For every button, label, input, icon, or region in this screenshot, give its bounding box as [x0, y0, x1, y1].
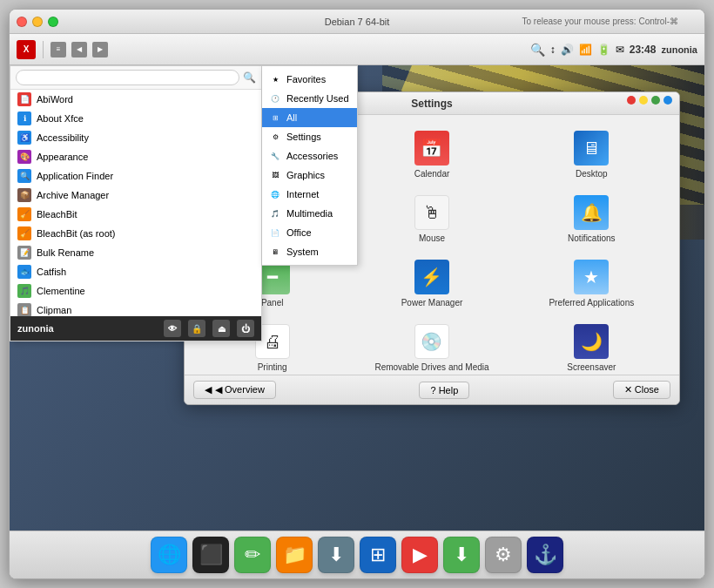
app-item-icon: 🧹 [17, 226, 31, 240]
category-label: Favorites [286, 74, 326, 84]
category-item[interactable]: 🖼 Graphics [262, 166, 357, 185]
battery-icon[interactable]: 🔋 [597, 44, 610, 56]
dock-icon-anchor[interactable]: ⚓ [527, 537, 563, 573]
settings-item-label: Notifications [568, 233, 615, 244]
color-dots [627, 96, 672, 105]
help-button[interactable]: ? Help [419, 382, 469, 399]
app-list-item[interactable]: ℹ About Xfce [10, 109, 261, 128]
action-icon-2[interactable]: 🔒 [188, 320, 205, 337]
app-item-icon: 🎨 [17, 150, 31, 164]
settings-grid-item[interactable]: ⚡ Power Manager [353, 253, 510, 315]
dock-icon-download2[interactable]: ⬇ [443, 537, 480, 573]
app-item-label: Catfish [37, 267, 66, 277]
app-list-item[interactable]: 🔍 Application Finder [10, 166, 261, 186]
dock-icon-files[interactable]: 📁 [276, 537, 313, 573]
settings-item-label: Mouse [419, 233, 445, 244]
settings-grid-item[interactable]: 🔔 Notifications [513, 188, 670, 251]
settings-item-label: Preferred Applications [549, 298, 634, 308]
main-area: 🔍 📄 AbiWord ℹ About Xfce ♿ Accessibility… [10, 65, 704, 531]
category-item[interactable]: 🎵 Multimedia [262, 204, 357, 223]
app-item-icon: 📄 [17, 92, 31, 106]
window-controls [17, 17, 58, 27]
overview-label: ◀ Overview [215, 384, 265, 395]
minimize-button[interactable] [32, 17, 43, 27]
category-label: Recently Used [286, 93, 349, 104]
app-list-item[interactable]: 📋 Clipman [10, 301, 261, 316]
search-input[interactable] [16, 70, 239, 85]
action-icon-1[interactable]: 👁 [164, 320, 181, 337]
category-item[interactable]: 🔧 Accessories [262, 146, 357, 166]
category-item[interactable]: 🌐 Internet [262, 185, 357, 204]
settings-grid-item[interactable]: 🖱 Mouse [353, 188, 510, 251]
app-icon[interactable]: X [17, 40, 36, 59]
category-item[interactable]: 📄 Office [262, 223, 357, 242]
overview-button[interactable]: ◀ ◀ Overview [193, 381, 276, 399]
settings-item-icon: 🔔 [574, 195, 609, 230]
title-bar: Debian 7 64-bit To release your mouse pr… [10, 10, 704, 34]
settings-item-icon: 🖥 [574, 131, 609, 166]
dock-icon-terminal[interactable]: ⬛ [192, 537, 229, 573]
toolbar-icon-3[interactable]: ▶ [92, 42, 108, 57]
settings-item-label: Panel [261, 298, 284, 308]
taskbar: 🌐⬛✏📁⬇⊞▶⬇⚙⚓ [10, 531, 704, 578]
app-list-item[interactable]: 📝 Bulk Rename [10, 243, 261, 262]
action-icon-4[interactable]: ⏻ [237, 320, 254, 337]
category-item[interactable]: 🕐 Recently Used [262, 89, 357, 108]
category-item[interactable]: ⚙ Settings [262, 127, 357, 146]
category-item[interactable]: ⊞ All [262, 108, 357, 127]
email-icon[interactable]: ✉ [616, 44, 624, 56]
app-item-label: Clementine [37, 286, 85, 296]
category-icon: 📄 [269, 226, 281, 239]
app-list-item[interactable]: 🐟 Catfish [10, 262, 261, 281]
app-item-icon: 🔍 [17, 169, 31, 183]
category-icon: ⊞ [269, 112, 281, 124]
network-icon[interactable]: 📶 [579, 44, 592, 56]
volume-icon[interactable]: 🔊 [561, 44, 574, 56]
app-item-icon: 🧹 [17, 207, 31, 221]
sort-icon[interactable]: ↕ [550, 44, 556, 56]
dock-icon-browser[interactable]: 🌐 [151, 537, 187, 573]
category-label: Accessories [286, 151, 338, 161]
overview-icon: ◀ [205, 384, 212, 395]
dock-icon-text-editor[interactable]: ✏ [234, 537, 271, 573]
maximize-button[interactable] [48, 17, 58, 27]
settings-grid-item[interactable]: ★ Preferred Applications [513, 253, 670, 315]
category-icon: 🖥 [269, 246, 281, 258]
category-item[interactable]: ★ Favorites [262, 70, 357, 89]
settings-grid-item[interactable]: 📅 Calendar [353, 124, 510, 186]
app-list-item[interactable]: 🎵 Clementine [10, 281, 261, 301]
app-list-item[interactable]: 🧹 BleachBit (as root) [10, 224, 261, 243]
app-list-item[interactable]: 📄 AbiWord [10, 90, 261, 109]
dock-icon-youtube[interactable]: ▶ [401, 537, 438, 573]
settings-footer: ◀ ◀ Overview ? Help ✕ Close [185, 375, 679, 404]
dock-icon-app-grid[interactable]: ⊞ [360, 537, 396, 573]
category-label: System [286, 247, 319, 257]
dot-red [627, 96, 636, 105]
close-button-settings[interactable]: ✕ Close [613, 381, 670, 399]
action-icon-3[interactable]: ⏏ [212, 320, 230, 337]
app-list-item[interactable]: 🎨 Appearance [10, 147, 261, 166]
category-icon: 🌐 [269, 188, 281, 200]
settings-item-label: Power Manager [401, 298, 463, 308]
category-menu: ★ Favorites 🕐 Recently Used ⊞ All ⚙ Sett… [262, 65, 358, 266]
settings-grid-item[interactable]: 💿 Removable Drives and Media [353, 317, 510, 375]
app-item-label: Appearance [37, 152, 88, 162]
settings-title: Settings [411, 98, 452, 110]
settings-grid-item[interactable]: 🌙 Screensaver [513, 317, 670, 375]
category-item[interactable]: 🖥 System [262, 242, 357, 261]
category-label: Multimedia [286, 208, 333, 219]
app-item-label: Bulk Rename [37, 247, 94, 258]
settings-item-label: Screensaver [567, 362, 616, 373]
toolbar-icon-2[interactable]: ◀ [71, 42, 87, 57]
app-list-item[interactable]: ♿ Accessibility [10, 128, 261, 147]
app-list-item[interactable]: 📦 Archive Manager [10, 186, 261, 205]
close-button[interactable] [17, 17, 27, 27]
dot-yellow [639, 96, 648, 105]
settings-grid-item[interactable]: 🖥 Desktop [513, 124, 670, 186]
app-list-item[interactable]: 🧹 BleachBit [10, 205, 261, 224]
dock-icon-settings2[interactable]: ⚙ [485, 537, 522, 573]
search-tray-icon[interactable]: 🔍 [530, 43, 545, 57]
dot-green [651, 96, 660, 105]
toolbar-icon-1[interactable]: ≡ [51, 42, 66, 57]
dock-icon-download[interactable]: ⬇ [318, 537, 354, 573]
